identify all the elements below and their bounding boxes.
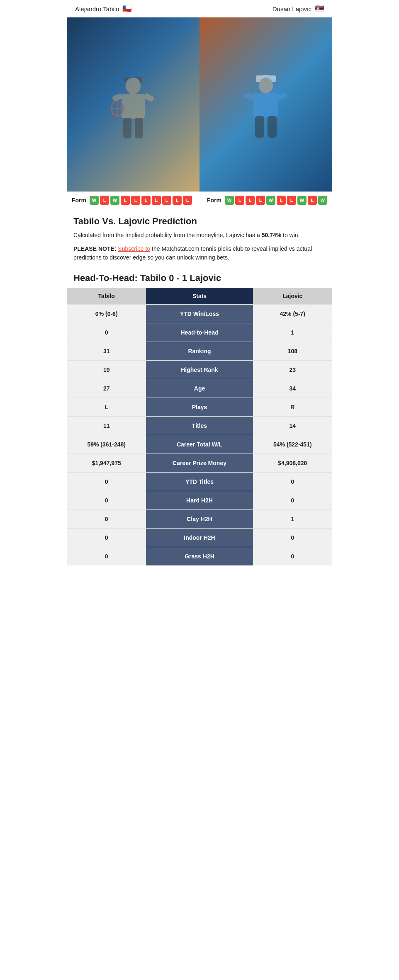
form-left-badge-1: L xyxy=(100,196,109,205)
table-row: LPlaysR xyxy=(67,398,332,417)
player-right-name: Dusan Lajovic 🇷🇸 xyxy=(272,4,324,13)
form-right-badge-7: W xyxy=(297,196,307,205)
cell-lajovic-2: 108 xyxy=(253,342,332,361)
player-header: Alejandro Tabilo 🇨🇱 Dusan Lajovic 🇷🇸 xyxy=(67,0,332,17)
stats-table: Tabilo Stats Lajovic 0% (0-6)YTD Win/Los… xyxy=(67,288,332,565)
cell-tabilo-1: 0 xyxy=(67,323,146,342)
th-lajovic: Lajovic xyxy=(253,288,332,305)
form-section: Form WLWLLLLLLL Form WLLLWLLWLW xyxy=(67,192,332,209)
table-header-row: Tabilo Stats Lajovic xyxy=(67,288,332,305)
svg-rect-4 xyxy=(112,93,123,102)
player-right-name-text: Dusan Lajovic xyxy=(272,5,311,12)
cell-lajovic-1: 1 xyxy=(253,323,332,342)
form-left-badge-3: L xyxy=(121,196,130,205)
form-left-badges: WLWLLLLLLL xyxy=(90,196,192,205)
prediction-highlight: 50.74% xyxy=(262,232,281,238)
table-row: 0Grass H2H0 xyxy=(67,547,332,566)
table-row: 27Age34 xyxy=(67,379,332,398)
cell-tabilo-9: 0 xyxy=(67,473,146,491)
cell-tabilo-5: L xyxy=(67,398,146,417)
prediction-title: Tabilo Vs. Lajovic Prediction xyxy=(73,216,326,227)
cell-lajovic-11: 1 xyxy=(253,510,332,529)
form-right-badge-6: L xyxy=(287,196,296,205)
form-right-badge-1: L xyxy=(235,196,244,205)
form-left-badge-9: L xyxy=(183,196,192,205)
cell-tabilo-12: 0 xyxy=(67,529,146,547)
svg-point-2 xyxy=(126,78,141,94)
cell-tabilo-0: 0% (0-6) xyxy=(67,305,146,323)
table-row: 0Indoor H2H0 xyxy=(67,529,332,547)
svg-rect-14 xyxy=(253,93,278,117)
table-row: 0YTD Titles0 xyxy=(67,473,332,491)
cell-stat-12: Indoor H2H xyxy=(146,529,253,547)
form-left-badge-8: L xyxy=(173,196,182,205)
stats-tbody: 0% (0-6)YTD Win/Loss42% (5-7)0Head-to-He… xyxy=(67,305,332,566)
svg-rect-6 xyxy=(123,118,131,138)
player-images xyxy=(67,17,332,192)
cell-lajovic-4: 34 xyxy=(253,379,332,398)
svg-rect-16 xyxy=(276,92,288,100)
table-row: 0Hard H2H0 xyxy=(67,491,332,510)
cell-stat-5: Plays xyxy=(146,398,253,417)
cell-stat-7: Career Total W/L xyxy=(146,435,253,454)
form-right-label: Form xyxy=(207,197,221,204)
cell-stat-8: Career Prize Money xyxy=(146,454,253,473)
form-left-badge-4: L xyxy=(131,196,140,205)
svg-rect-5 xyxy=(143,92,155,102)
cell-lajovic-5: R xyxy=(253,398,332,417)
form-left-badge-5: L xyxy=(141,196,151,205)
cell-tabilo-7: 59% (361-248) xyxy=(67,435,146,454)
cell-stat-0: YTD Win/Loss xyxy=(146,305,253,323)
cell-tabilo-8: $1,947,975 xyxy=(67,454,146,473)
cell-lajovic-12: 0 xyxy=(253,529,332,547)
form-right-badge-3: L xyxy=(256,196,265,205)
table-row: 19Highest Rank23 xyxy=(67,361,332,379)
form-left-label: Form xyxy=(72,197,86,204)
cell-lajovic-7: 54% (522-451) xyxy=(253,435,332,454)
note-text: PLEASE NOTE: Subscribe to the Matchstat.… xyxy=(73,245,326,262)
cell-stat-1: Head-to-Head xyxy=(146,323,253,342)
form-left-badge-7: L xyxy=(162,196,171,205)
th-tabilo: Tabilo xyxy=(67,288,146,305)
svg-rect-15 xyxy=(244,92,255,100)
subscribe-link[interactable]: Subscribe to xyxy=(118,245,150,252)
cell-tabilo-6: 11 xyxy=(67,417,146,435)
form-right-badge-4: W xyxy=(266,196,275,205)
svg-rect-17 xyxy=(255,116,264,138)
table-row: $1,947,975Career Prize Money$4,908,020 xyxy=(67,454,332,473)
note-label: PLEASE NOTE: xyxy=(73,245,116,252)
form-left-badge-0: W xyxy=(90,196,99,205)
cell-lajovic-9: 0 xyxy=(253,473,332,491)
player-right-flag: 🇷🇸 xyxy=(315,4,324,13)
table-row: 0Clay H2H1 xyxy=(67,510,332,529)
svg-rect-18 xyxy=(268,116,277,138)
player-left-name: Alejandro Tabilo 🇨🇱 xyxy=(75,4,131,13)
cell-tabilo-10: 0 xyxy=(67,491,146,510)
player-left-silhouette xyxy=(67,17,200,192)
player-right-silhouette xyxy=(200,17,332,192)
table-row: 0% (0-6)YTD Win/Loss42% (5-7) xyxy=(67,305,332,323)
h2h-title: Head-To-Head: Tabilo 0 - 1 Lajovic xyxy=(67,266,332,288)
table-row: 59% (361-248)Career Total W/L54% (522-45… xyxy=(67,435,332,454)
cell-stat-4: Age xyxy=(146,379,253,398)
cell-stat-2: Ranking xyxy=(146,342,253,361)
form-right-badge-0: W xyxy=(225,196,234,205)
form-right-badge-8: L xyxy=(308,196,317,205)
cell-stat-13: Grass H2H xyxy=(146,547,253,566)
form-right-badge-9: W xyxy=(318,196,327,205)
cell-tabilo-3: 19 xyxy=(67,361,146,379)
svg-rect-3 xyxy=(122,94,145,119)
cell-stat-9: YTD Titles xyxy=(146,473,253,491)
player-right-image xyxy=(200,17,332,192)
prediction-section: Tabilo Vs. Lajovic Prediction Calculated… xyxy=(67,209,332,266)
cell-tabilo-11: 0 xyxy=(67,510,146,529)
svg-rect-7 xyxy=(135,118,143,138)
form-right-group: Form WLLLWLLWLW xyxy=(207,196,327,205)
prediction-text: Calculated from the implied probability … xyxy=(73,231,326,240)
cell-tabilo-13: 0 xyxy=(67,547,146,566)
cell-lajovic-6: 14 xyxy=(253,417,332,435)
cell-lajovic-3: 23 xyxy=(253,361,332,379)
cell-tabilo-2: 31 xyxy=(67,342,146,361)
cell-stat-6: Titles xyxy=(146,417,253,435)
cell-stat-10: Hard H2H xyxy=(146,491,253,510)
